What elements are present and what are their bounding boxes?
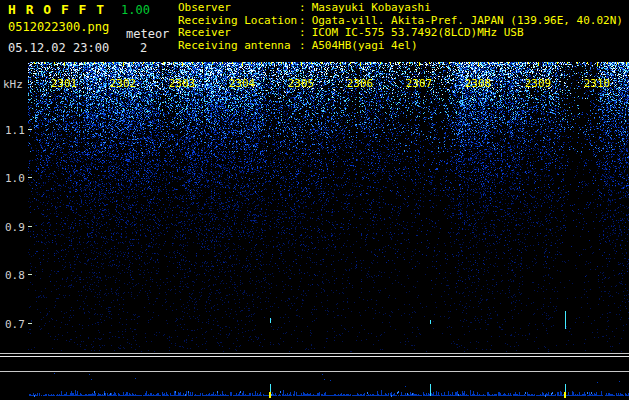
app-version: 1.00 bbox=[121, 3, 150, 17]
time-label: 2302 bbox=[108, 77, 138, 90]
info-value: ICOM IC-575 53.7492(8LCD)MHz USB bbox=[312, 26, 524, 39]
info-label: Observer bbox=[178, 2, 299, 15]
hrofft-output-image: H R O F F T 1.00 0512022300.png meteor 0… bbox=[0, 0, 629, 400]
time-label: 2308 bbox=[463, 77, 493, 90]
freq-label: 0.8 bbox=[5, 269, 25, 282]
info-separator: : bbox=[299, 2, 306, 15]
freq-axis-unit-label: kHz bbox=[3, 78, 23, 91]
time-label: 2303 bbox=[167, 77, 197, 90]
time-label: 2307 bbox=[404, 77, 434, 90]
activity-strip-canvas bbox=[28, 372, 629, 398]
info-row-antenna: Receiving antenna:A504HB(yagi 4el) bbox=[178, 40, 623, 53]
info-separator: : bbox=[299, 27, 306, 40]
signal-level-trace bbox=[0, 356, 629, 357]
freq-label: 0.9 bbox=[5, 221, 25, 234]
app-title: H R O F F T bbox=[8, 2, 105, 17]
freq-label: 1.1 bbox=[5, 124, 25, 137]
echo-count: 2 bbox=[140, 41, 147, 55]
station-info-block: Observer:Masayuki Kobayashi Receiving Lo… bbox=[178, 2, 623, 52]
time-label: 2309 bbox=[523, 77, 553, 90]
time-label: 2306 bbox=[345, 77, 375, 90]
info-label: Receiver bbox=[178, 27, 299, 40]
time-label: 2305 bbox=[286, 77, 316, 90]
freq-label: 0.7 bbox=[5, 318, 25, 331]
info-value: Masayuki Kobayashi bbox=[312, 1, 431, 14]
time-label: 2304 bbox=[227, 77, 257, 90]
output-filename: 0512022300.png bbox=[8, 20, 109, 34]
info-separator: : bbox=[299, 40, 306, 53]
spectrogram-canvas bbox=[28, 62, 629, 352]
separator-line-top bbox=[0, 353, 629, 354]
info-label: Receiving antenna bbox=[178, 40, 299, 53]
observation-datetime: 05.12.02 23:00 bbox=[8, 41, 109, 55]
info-value: A504HB(yagi 4el) bbox=[312, 39, 418, 52]
time-label: 2301 bbox=[49, 77, 79, 90]
info-value: Ogata-vill. Akita-Pref. JAPAN (139.96E, … bbox=[312, 14, 623, 27]
time-label: 2310 bbox=[582, 77, 612, 90]
freq-label: 1.0 bbox=[5, 172, 25, 185]
observation-mode-label: meteor bbox=[126, 27, 169, 41]
